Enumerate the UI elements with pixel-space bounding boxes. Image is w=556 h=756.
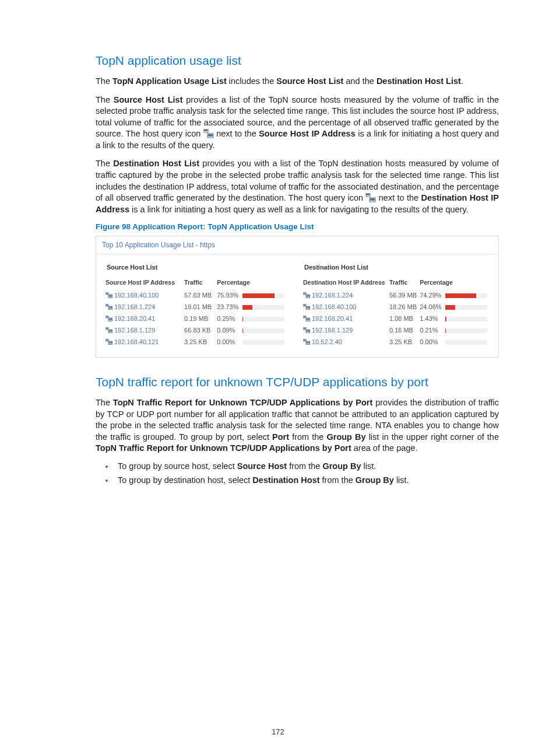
- bullet-list: To group by source host, select Source H…: [96, 461, 499, 485]
- table-row: 192.168.40.1213.25 KB0.00%: [104, 336, 293, 348]
- percentage-value: 75.93%: [217, 292, 242, 299]
- ip-address-link[interactable]: 192.168.20.41: [104, 313, 183, 324]
- svg-rect-11: [109, 295, 112, 298]
- ip-address-link[interactable]: 192.168.1.129: [104, 324, 183, 336]
- ip-address-link[interactable]: 192.168.1.224: [302, 289, 388, 301]
- text: from the: [287, 461, 322, 471]
- bold-text: Destination Host List: [376, 76, 461, 86]
- figure-title: Top 10 Application Usage List - https: [96, 236, 498, 254]
- svg-rect-23: [109, 330, 112, 332]
- percentage-value: 74.29%: [420, 292, 445, 299]
- host-query-icon[interactable]: [105, 327, 112, 333]
- text: .: [461, 76, 463, 86]
- section-heading-topn-traffic-report: TopN traffic report for unknown TCP/UDP …: [96, 375, 499, 389]
- ip-address-link[interactable]: 192.168.20.41: [302, 313, 388, 324]
- traffic-value: 56.39 MB: [388, 289, 418, 301]
- percentage-bar: [242, 328, 284, 333]
- table-row: 192.168.1.22418.01 MB23.73%: [104, 301, 293, 313]
- host-query-icon[interactable]: [105, 304, 112, 310]
- panel-title: Destination Host List: [304, 264, 490, 271]
- text: To group by source host, select: [118, 461, 237, 471]
- paragraph: The TopN Traffic Report for Unknown TCP/…: [96, 397, 499, 454]
- percentage-cell: 24.06%: [418, 301, 490, 313]
- traffic-value: 0.16 MB: [388, 324, 418, 336]
- bold-text: Group By: [356, 475, 394, 485]
- table-row: 192.168.40.10057.63 MB75.93%: [104, 289, 293, 301]
- section-heading-topn-app-usage: TopN application usage list: [96, 54, 499, 68]
- traffic-value: 18.01 MB: [183, 301, 216, 313]
- bold-text: Source Host List: [276, 76, 343, 86]
- percentage-cell: 23.73%: [216, 301, 293, 313]
- host-query-icon: [203, 129, 214, 138]
- percentage-bar: [242, 305, 284, 310]
- table-row: 192.168.1.22456.39 MB74.29%: [302, 289, 490, 301]
- destination-host-list-panel: Destination Host List Destination Host I…: [302, 260, 490, 348]
- svg-rect-17: [106, 316, 108, 318]
- host-query-icon[interactable]: [105, 292, 112, 298]
- bold-text: TopN Traffic Report for Unknown TCP/UDP …: [96, 443, 351, 453]
- list-item: To group by source host, select Source H…: [114, 461, 499, 471]
- traffic-value: 57.63 MB: [183, 289, 216, 301]
- percentage-bar: [242, 317, 284, 321]
- host-query-icon[interactable]: [105, 316, 112, 321]
- percentage-bar: [445, 328, 487, 333]
- host-query-icon[interactable]: [303, 339, 310, 345]
- host-query-icon[interactable]: [303, 304, 310, 310]
- ip-address-link[interactable]: 192.168.40.121: [104, 336, 183, 348]
- percentage-cell: 1.43%: [418, 313, 490, 324]
- svg-rect-37: [304, 316, 306, 318]
- column-header[interactable]: Percentage: [216, 276, 293, 289]
- svg-rect-27: [109, 342, 112, 344]
- percentage-cell: 0.00%: [216, 336, 293, 348]
- percentage-cell: 74.29%: [418, 289, 490, 301]
- text: and the: [343, 76, 376, 86]
- text: includes the: [227, 76, 276, 86]
- column-header[interactable]: Percentage: [418, 276, 490, 289]
- percentage-cell: 75.93%: [216, 289, 293, 301]
- ip-address-link[interactable]: 192.168.1.129: [302, 324, 388, 336]
- table-row: 192.168.40.10018.26 MB24.06%: [302, 301, 490, 313]
- text: next to the: [379, 193, 421, 202]
- bold-text: Port: [272, 432, 289, 442]
- percentage-cell: 0.21%: [418, 324, 490, 336]
- percentage-value: 0.21%: [420, 327, 445, 334]
- svg-rect-43: [307, 330, 310, 332]
- column-header[interactable]: Traffic: [183, 276, 216, 289]
- column-header[interactable]: Source Host IP Address: [104, 276, 183, 289]
- column-header[interactable]: Traffic: [388, 276, 418, 289]
- percentage-value: 24.06%: [420, 303, 445, 310]
- svg-rect-25: [106, 340, 108, 341]
- host-query-icon[interactable]: [105, 339, 112, 345]
- text: next to the: [216, 129, 259, 138]
- paragraph: The TopN Application Usage List includes…: [96, 76, 499, 88]
- ip-address-link[interactable]: 192.168.40.100: [302, 301, 388, 313]
- text: from the: [289, 432, 326, 442]
- paragraph: The Source Host List provides a list of …: [96, 94, 499, 152]
- ip-address-link[interactable]: 192.168.1.224: [104, 301, 183, 313]
- svg-rect-45: [304, 340, 306, 341]
- percentage-value: 0.09%: [217, 327, 242, 334]
- svg-rect-13: [106, 304, 108, 306]
- traffic-value: 18.26 MB: [388, 301, 418, 313]
- text: area of the page.: [351, 443, 418, 453]
- percentage-value: 0.00%: [217, 338, 242, 345]
- ip-address-link[interactable]: 192.168.40.100: [104, 289, 183, 301]
- ip-address-link[interactable]: 10.52.2.40: [302, 336, 388, 348]
- host-query-icon[interactable]: [303, 327, 310, 333]
- host-query-icon[interactable]: [303, 292, 310, 298]
- bold-text: Destination Host: [252, 475, 319, 485]
- host-query-icon[interactable]: [303, 316, 310, 321]
- text: list in the upper right corner of the: [366, 432, 499, 442]
- bold-text: Source Host List: [114, 95, 183, 104]
- svg-rect-31: [307, 295, 310, 298]
- text: The: [96, 95, 114, 104]
- text: list.: [394, 475, 409, 485]
- column-header[interactable]: Destination Host IP Address: [302, 276, 388, 289]
- table-row: 192.168.20.411.08 MB1.43%: [302, 313, 490, 324]
- percentage-value: 0.00%: [420, 338, 445, 345]
- panel-title: Source Host List: [107, 264, 293, 271]
- text: The: [96, 76, 112, 86]
- svg-rect-47: [307, 342, 310, 344]
- page-number: 172: [0, 727, 556, 736]
- svg-rect-21: [106, 328, 108, 330]
